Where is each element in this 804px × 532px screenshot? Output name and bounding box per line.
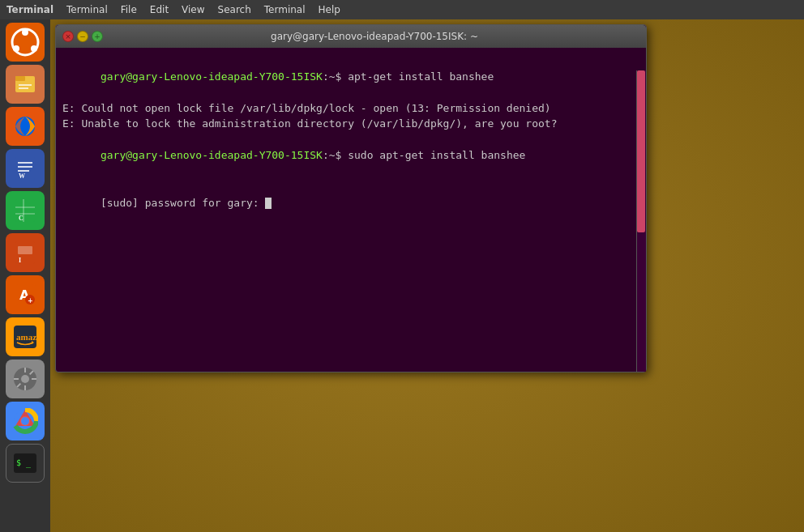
svg-rect-7 <box>19 87 28 89</box>
terminal-title: gary@gary-Lenovo-ideapad-Y700-15ISK: ~ <box>109 31 639 42</box>
terminal-line-2: E: Could not open lock file /var/lib/dpk… <box>62 100 639 117</box>
svg-rect-31 <box>24 385 26 390</box>
cmd-text-1: apt-get install banshee <box>341 70 494 83</box>
launcher-icon-calc[interactable]: C <box>6 191 45 230</box>
window-close-button[interactable]: × <box>62 31 74 42</box>
terminal-titlebar: × − + gary@gary-Lenovo-ideapad-Y700-15IS… <box>56 25 646 48</box>
launcher-icon-software-center[interactable]: A + <box>6 275 45 314</box>
terminal-line-4: gary@gary-Lenovo-ideapad-Y700-15ISK:~$ s… <box>62 132 639 180</box>
launcher-icon-impress[interactable]: I <box>6 233 45 272</box>
cmd-text-2: sudo apt-get install banshee <box>341 149 525 161</box>
svg-rect-6 <box>19 84 32 86</box>
menu-file[interactable]: File <box>114 0 143 19</box>
svg-point-38 <box>21 417 29 425</box>
prompt-separator-1: :~$ <box>323 70 341 83</box>
launcher-icon-amazon[interactable]: amazon <box>6 317 45 356</box>
prompt-separator-2: :~$ <box>323 149 341 161</box>
terminal-line-1: gary@gary-Lenovo-ideapad-Y700-15ISK:~$ a… <box>62 53 639 100</box>
launcher-icon-files[interactable] <box>6 65 45 104</box>
svg-point-29 <box>21 375 29 383</box>
window-minimize-button[interactable]: − <box>77 31 88 42</box>
svg-text:$ _: $ _ <box>16 458 32 468</box>
menu-items: Terminal File Edit View Search Terminal … <box>60 0 347 19</box>
svg-rect-11 <box>18 166 32 168</box>
window-maximize-button[interactable]: + <box>92 31 103 42</box>
svg-text:I: I <box>19 257 21 264</box>
svg-rect-5 <box>15 76 25 81</box>
menu-search[interactable]: Search <box>212 0 258 19</box>
password-prompt-text: [sudo] password for gary: <box>100 197 266 209</box>
scrollbar-thumb[interactable] <box>637 70 645 232</box>
svg-text:amazon: amazon <box>16 332 38 342</box>
svg-text:C: C <box>19 215 24 222</box>
prompt-user-2: gary@gary-Lenovo-ideapad-Y700-15ISK <box>100 149 323 161</box>
launcher-icon-system-tools[interactable] <box>6 360 45 398</box>
prompt-user-1: gary@gary-Lenovo-ideapad-Y700-15ISK <box>100 70 323 83</box>
terminal-body[interactable]: gary@gary-Lenovo-ideapad-Y700-15ISK:~$ a… <box>56 48 646 372</box>
svg-point-2 <box>13 45 19 52</box>
menu-terminal2[interactable]: Terminal <box>258 0 312 19</box>
svg-rect-12 <box>18 170 29 172</box>
menu-help[interactable]: Help <box>312 0 347 19</box>
svg-rect-30 <box>24 368 26 372</box>
window-buttons: × − + <box>62 31 103 42</box>
svg-text:+: + <box>28 297 33 304</box>
terminal-scrollbar[interactable] <box>636 70 646 372</box>
menu-view[interactable]: View <box>175 0 211 19</box>
top-menubar: Terminal Terminal File Edit View Search … <box>0 0 804 19</box>
terminal-window: × − + gary@gary-Lenovo-ideapad-Y700-15IS… <box>55 24 647 372</box>
svg-text:W: W <box>19 172 25 180</box>
svg-point-3 <box>31 45 37 52</box>
menu-terminal[interactable]: Terminal <box>60 0 114 19</box>
launcher-icon-firefox[interactable] <box>6 107 45 146</box>
app-name-indicator: Terminal <box>0 4 60 15</box>
svg-rect-20 <box>18 246 32 254</box>
launcher-icon-ubuntu[interactable] <box>6 23 45 62</box>
svg-rect-10 <box>18 162 32 164</box>
svg-rect-33 <box>32 378 36 380</box>
launcher-sidebar: W C I A + amazon <box>0 19 50 532</box>
terminal-line-5: [sudo] password for gary: <box>62 179 639 227</box>
terminal-cursor <box>265 198 272 209</box>
svg-rect-32 <box>14 378 19 380</box>
launcher-icon-chrome[interactable] <box>6 402 45 440</box>
terminal-line-3: E: Unable to lock the administration dir… <box>62 116 639 132</box>
launcher-icon-writer[interactable]: W <box>6 149 45 188</box>
menu-edit[interactable]: Edit <box>143 0 175 19</box>
svg-point-1 <box>22 29 28 36</box>
launcher-icon-terminal[interactable]: $ _ <box>6 444 45 483</box>
